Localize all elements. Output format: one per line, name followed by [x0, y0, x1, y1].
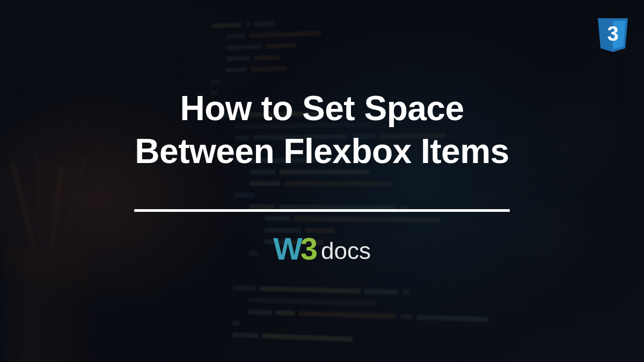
- css3-badge-icon: CSS 3: [595, 10, 631, 53]
- divider-line: [134, 209, 510, 212]
- badge-top-label: CSS: [604, 10, 622, 18]
- w3docs-logo: W 3 docs: [21, 233, 623, 264]
- title-line-2: Between Flexbox Items: [135, 132, 509, 171]
- content-block: How to Set Space Between Flexbox Items W…: [0, 87, 644, 264]
- logo-letter-w: W: [273, 233, 302, 264]
- logo-text-docs: docs: [321, 239, 371, 263]
- page-title: How to Set Space Between Flexbox Items: [21, 87, 623, 173]
- title-line-1: How to Set Space: [180, 89, 464, 128]
- hero-banner: CSS 3 How to Set Space Between Flexbox I…: [0, 0, 644, 362]
- badge-number: 3: [607, 23, 618, 45]
- logo-digit-3: 3: [301, 233, 318, 264]
